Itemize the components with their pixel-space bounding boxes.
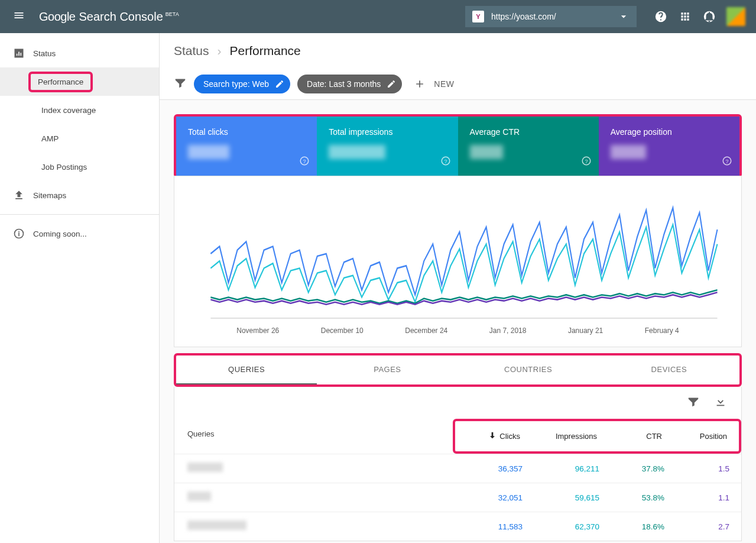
column-queries[interactable]: Queries — [174, 419, 453, 454]
x-axis-label: December 10 — [321, 327, 364, 335]
sidebar-item-index-coverage[interactable]: Index coverage — [0, 96, 159, 124]
filter-icon[interactable] — [687, 395, 700, 411]
position-cell: 1.5 — [676, 464, 741, 473]
sidebar-item-performance[interactable]: Performance — [0, 67, 159, 96]
impressions-cell: 96,211 — [534, 464, 611, 473]
query-cell — [174, 521, 458, 532]
property-selector[interactable]: Y https://yoast.com/ — [465, 6, 637, 27]
help-icon[interactable]: ? — [440, 156, 451, 169]
sidebar-label: Status — [33, 49, 56, 58]
sidebar-item-job-postings[interactable]: Job Postings — [0, 153, 159, 181]
sidebar-label: Job Postings — [41, 163, 87, 172]
app-header: Google Search Console BETA Y https://yoa… — [0, 0, 756, 33]
tab-countries[interactable]: COUNTRIES — [458, 355, 599, 384]
breadcrumb-status[interactable]: Status — [174, 44, 209, 58]
help-icon[interactable]: ? — [299, 156, 310, 169]
ctr-cell: 37.8% — [611, 464, 676, 473]
metric-average-position[interactable]: Average position ? — [599, 117, 739, 176]
breadcrumb-performance: Performance — [230, 44, 301, 58]
tab-pages[interactable]: PAGES — [317, 355, 458, 384]
tab-devices[interactable]: DEVICES — [599, 355, 739, 384]
table-row[interactable]: 11,58362,37018.6%2.7 — [174, 512, 741, 541]
sidebar-label: Index coverage — [41, 106, 96, 115]
impressions-cell: 62,370 — [534, 522, 611, 531]
metric-value-blurred — [470, 145, 503, 159]
table-row[interactable]: 36,35796,21137.8%1.5 — [174, 454, 741, 483]
ctr-cell: 53.8% — [611, 493, 676, 502]
table-header: Queries Clicks Impressions CTR Position — [174, 419, 741, 454]
column-position[interactable]: Position — [674, 424, 739, 449]
queries-table: Queries Clicks Impressions CTR Position … — [174, 387, 742, 541]
x-axis-label: February 4 — [645, 327, 679, 335]
svg-text:?: ? — [585, 159, 588, 164]
download-icon[interactable] — [714, 395, 727, 411]
help-icon[interactable]: ? — [581, 156, 592, 169]
clicks-cell: 36,357 — [458, 464, 534, 473]
svg-text:?: ? — [444, 159, 447, 164]
sidebar-label: Sitemaps — [33, 191, 66, 200]
chart-icon — [13, 47, 25, 59]
ctr-cell: 18.6% — [611, 522, 676, 531]
x-axis-label: Jan 7, 2018 — [489, 327, 527, 335]
sort-desc-icon — [488, 431, 499, 442]
property-favicon: Y — [472, 11, 484, 22]
user-avatar[interactable] — [726, 7, 745, 26]
sidebar-item-amp[interactable]: AMP — [0, 124, 159, 153]
info-icon — [13, 228, 25, 240]
sidebar: Status Performance Index coverage AMP Jo… — [0, 33, 160, 543]
dropdown-icon — [618, 11, 630, 22]
metric-value-blurred — [611, 145, 646, 159]
clicks-cell: 11,583 — [458, 522, 534, 531]
help-icon[interactable] — [648, 4, 673, 29]
product-logo: Google Search Console BETA — [39, 10, 179, 24]
x-axis-label: November 26 — [236, 327, 279, 335]
sidebar-label: Coming soon... — [33, 230, 87, 238]
add-filter-button[interactable]: NEW — [414, 78, 454, 90]
metric-value-blurred — [329, 145, 385, 159]
tabs-highlight: QUERIES PAGES COUNTRIES DEVICES — [174, 353, 742, 387]
beta-badge: BETA — [166, 11, 179, 17]
breadcrumb: Status › Performance — [160, 33, 756, 69]
metric-total-clicks[interactable]: Total clicks ? — [176, 117, 317, 176]
performance-chart: November 26December 10December 24Jan 7, … — [174, 176, 742, 347]
clicks-cell: 32,051 — [458, 493, 534, 502]
chevron-right-icon: › — [218, 44, 222, 58]
sidebar-item-status[interactable]: Status — [0, 39, 159, 67]
main-content: Status › Performance Search type: Web Da… — [160, 33, 756, 543]
chart-x-axis: November 26December 10December 24Jan 7, … — [192, 327, 723, 341]
sidebar-label: AMP — [41, 134, 59, 143]
query-cell — [174, 463, 458, 474]
svg-text:?: ? — [725, 159, 728, 164]
filter-bar: Search type: Web Date: Last 3 months NEW — [160, 69, 756, 100]
svg-text:?: ? — [303, 159, 306, 164]
sidebar-label: Performance — [38, 77, 83, 86]
line-chart-svg — [192, 188, 723, 324]
metric-value-blurred — [188, 145, 229, 159]
metric-average-ctr[interactable]: Average CTR ? — [458, 117, 599, 176]
filter-icon[interactable] — [174, 76, 187, 92]
filter-chip-date[interactable]: Date: Last 3 months — [297, 75, 402, 93]
position-cell: 2.7 — [676, 522, 741, 531]
metrics-highlight: Total clicks ? Total impressions ? Avera… — [174, 114, 742, 178]
property-url: https://yoast.com/ — [491, 12, 618, 21]
metric-total-impressions[interactable]: Total impressions ? — [317, 117, 458, 176]
x-axis-label: December 24 — [405, 327, 447, 335]
column-ctr[interactable]: CTR — [609, 424, 674, 449]
upload-icon — [13, 189, 25, 201]
table-row[interactable]: 32,05159,61553.8%1.1 — [174, 483, 741, 512]
columns-highlight: Clicks Impressions CTR Position — [453, 419, 741, 454]
logo-product-text: Search Console — [79, 10, 163, 24]
notifications-icon[interactable] — [697, 4, 722, 29]
filter-chip-searchtype[interactable]: Search type: Web — [194, 75, 290, 93]
sidebar-item-sitemaps[interactable]: Sitemaps — [0, 181, 159, 209]
help-icon[interactable]: ? — [722, 156, 732, 169]
x-axis-label: January 21 — [568, 327, 603, 335]
apps-icon[interactable] — [673, 5, 697, 28]
position-cell: 1.1 — [676, 493, 741, 502]
impressions-cell: 59,615 — [534, 493, 611, 502]
column-clicks[interactable]: Clicks — [455, 424, 532, 449]
menu-icon[interactable] — [6, 2, 32, 31]
tab-queries[interactable]: QUERIES — [176, 355, 317, 384]
column-impressions[interactable]: Impressions — [532, 424, 609, 449]
logo-google-text: Google — [39, 10, 76, 24]
